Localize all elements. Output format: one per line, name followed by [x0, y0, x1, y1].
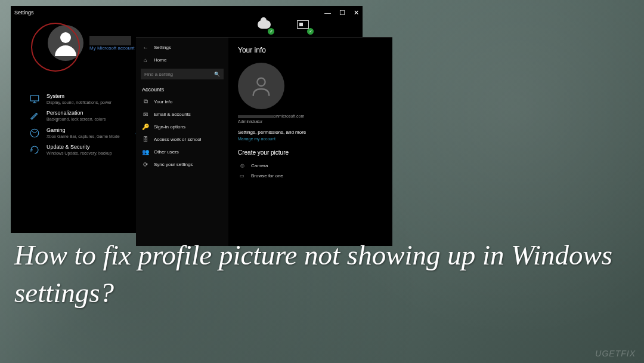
- maximize-button[interactable]: ☐: [339, 9, 345, 17]
- account-role: Administrator: [238, 119, 383, 124]
- sidebar-item-your-info[interactable]: ⧉Your info: [136, 95, 228, 108]
- monitor-icon: [29, 93, 41, 105]
- tile-gaming[interactable]: GamingXbox Game Bar, captures, Game Mode: [29, 127, 134, 139]
- briefcase-icon: 🗄: [142, 136, 149, 143]
- large-avatar-icon: [238, 63, 284, 109]
- browse-option[interactable]: ▭Browse for one: [238, 171, 383, 181]
- svg-rect-0: [30, 96, 39, 101]
- sync-icon: ⟳: [142, 161, 149, 168]
- key-icon: 🔑: [142, 124, 149, 130]
- cloud-icon: [258, 20, 271, 29]
- search-settings-input[interactable]: Find a setting 🔍: [141, 69, 224, 79]
- sidebar-item-email[interactable]: ✉Email & accounts: [136, 108, 228, 121]
- update-icon: [29, 144, 41, 156]
- page-title: Your info: [238, 46, 383, 54]
- search-icon: 🔍: [214, 72, 220, 77]
- back-button[interactable]: ← Settings: [136, 41, 228, 54]
- search-placeholder: Find a setting: [144, 72, 173, 77]
- onedrive-status[interactable]: ✓: [258, 20, 272, 32]
- mail-icon: ✉: [142, 111, 149, 118]
- titlebar: Settings — ☐ ✕: [11, 6, 363, 19]
- watermark: UGETFIX: [595, 349, 636, 358]
- username-redacted: [89, 36, 131, 45]
- check-badge-icon: ✓: [268, 28, 274, 35]
- sidebar-section-accounts: Accounts: [136, 82, 228, 95]
- sync-status[interactable]: ✓: [297, 20, 311, 32]
- camera-icon: ◎: [238, 163, 246, 168]
- settings-accounts-window: ← Settings ⌂ Home Find a setting 🔍 Accou…: [136, 37, 392, 246]
- screen-icon: [297, 20, 309, 29]
- tile-system[interactable]: SystemDisplay, sound, notifications, pow…: [29, 93, 134, 105]
- article-headline: How to fix profile picture not showing u…: [14, 236, 630, 312]
- brush-icon: [29, 110, 41, 122]
- svg-point-8: [30, 129, 39, 137]
- settings-sidebar: ← Settings ⌂ Home Find a setting 🔍 Accou…: [136, 38, 228, 246]
- manage-account-link[interactable]: Manage my account: [238, 137, 383, 141]
- sync-status-icons: ✓ ✓: [258, 20, 311, 32]
- sidebar-item-signin[interactable]: 🔑Sign-in options: [136, 121, 228, 133]
- check-badge-icon: ✓: [307, 28, 314, 35]
- sidebar-item-sync[interactable]: ⟳Sync your settings: [136, 158, 228, 171]
- svg-point-10: [257, 78, 265, 86]
- window-title: Settings: [14, 10, 34, 16]
- create-picture-heading: Create your picture: [238, 149, 383, 156]
- back-arrow-icon: ←: [142, 44, 149, 51]
- home-icon: ⌂: [142, 57, 149, 63]
- home-link[interactable]: ⌂ Home: [136, 54, 228, 66]
- sidebar-item-other-users[interactable]: 👥Other users: [136, 146, 228, 158]
- avatar-icon: [48, 25, 83, 61]
- sidebar-item-work-school[interactable]: 🗄Access work or school: [136, 133, 228, 146]
- camera-option[interactable]: ◎Camera: [238, 161, 383, 171]
- close-button[interactable]: ✕: [354, 9, 359, 17]
- users-icon: 👥: [142, 149, 149, 155]
- folder-icon: ▭: [238, 173, 246, 179]
- tile-personalization[interactable]: PersonalizationBackground, lock screen, …: [29, 110, 134, 122]
- xbox-icon: [29, 127, 41, 139]
- your-info-content: Your info onmicrosoft.com Administrator …: [228, 38, 392, 246]
- microsoft-account-link[interactable]: My Microsoft account: [89, 45, 135, 51]
- tile-update-security[interactable]: Update & SecurityWindows Update, recover…: [29, 144, 134, 156]
- id-icon: ⧉: [142, 98, 149, 105]
- account-email: onmicrosoft.com: [238, 114, 383, 118]
- minimize-button[interactable]: —: [324, 9, 331, 17]
- settings-subheading: Settings, permissions, and more: [238, 130, 383, 135]
